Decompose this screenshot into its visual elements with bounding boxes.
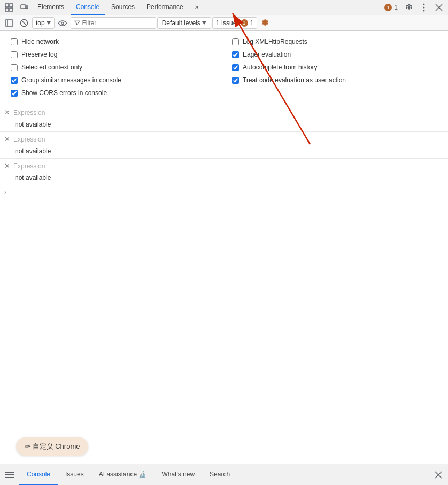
issue-badge[interactable]: 1 1 bbox=[381, 4, 401, 11]
watch-expression-1: ✕ Expression not available bbox=[0, 105, 448, 132]
bottom-tab-search[interactable]: Search bbox=[202, 464, 237, 486]
bottom-tab-whats-new[interactable]: What's new bbox=[154, 464, 202, 486]
bottom-tab-ai-assistance[interactable]: AI assistance 🔬 bbox=[91, 464, 155, 486]
bottom-tab-issues[interactable]: Issues bbox=[58, 464, 91, 486]
log-xmlhttp-checkbox[interactable] bbox=[232, 38, 239, 45]
settings-gear-icon-btn[interactable] bbox=[402, 1, 416, 14]
show-cors-row: Show CORS errors in console bbox=[11, 88, 216, 98]
svg-point-15 bbox=[61, 22, 64, 24]
sidebar-toggle-btn[interactable] bbox=[2, 17, 16, 29]
tab-performance[interactable]: Performance bbox=[141, 0, 189, 15]
tab-more[interactable]: » bbox=[190, 0, 204, 15]
expression-1-value: not available bbox=[0, 120, 448, 131]
log-xmlhttp-row: Log XMLHttpRequests bbox=[232, 36, 437, 47]
watch-expression-row-1: ✕ Expression bbox=[0, 105, 448, 120]
clear-console-btn[interactable] bbox=[17, 17, 31, 29]
close-devtools-btn[interactable] bbox=[432, 1, 446, 14]
selected-context-label[interactable]: Selected context only bbox=[21, 64, 82, 71]
remove-expression-2-btn[interactable]: ✕ bbox=[4, 135, 10, 143]
preserve-log-label[interactable]: Preserve log bbox=[21, 51, 57, 58]
bottom-tab-console[interactable]: Console bbox=[19, 464, 58, 486]
svg-rect-3 bbox=[10, 8, 13, 11]
group-similar-checkbox[interactable] bbox=[11, 77, 18, 84]
selected-context-checkbox[interactable] bbox=[11, 64, 18, 71]
show-cors-label[interactable]: Show CORS errors in console bbox=[21, 89, 107, 97]
log-xmlhttp-label[interactable]: Log XMLHttpRequests bbox=[243, 38, 307, 45]
console-settings-btn[interactable] bbox=[258, 17, 272, 29]
more-options-icon-btn[interactable] bbox=[417, 1, 431, 14]
console-toolbar: top Default levels 1 Issue: 1 1 bbox=[0, 15, 448, 31]
close-bottom-panel-btn[interactable] bbox=[429, 464, 448, 486]
tab-sources[interactable]: Sources bbox=[106, 0, 140, 15]
tab-console[interactable]: Console bbox=[71, 0, 105, 15]
svg-rect-20 bbox=[5, 477, 14, 478]
default-levels-btn[interactable]: Default levels bbox=[157, 17, 211, 29]
filter-text-input[interactable] bbox=[82, 19, 152, 27]
svg-rect-1 bbox=[10, 4, 13, 7]
watch-expression-row-2: ✕ Expression bbox=[0, 132, 448, 146]
expression-1-label: Expression bbox=[13, 109, 45, 116]
group-similar-row: Group similar messages in console bbox=[11, 75, 216, 85]
preserve-log-checkbox[interactable] bbox=[11, 51, 18, 58]
expression-2-label: Expression bbox=[13, 136, 45, 143]
svg-rect-4 bbox=[21, 5, 26, 9]
svg-point-7 bbox=[423, 7, 425, 9]
expression-3-label: Expression bbox=[13, 162, 45, 170]
autocomplete-history-label[interactable]: Autocomplete from history bbox=[243, 64, 317, 71]
chevron-right-icon: › bbox=[4, 189, 6, 196]
eager-eval-row: Eager evaluation bbox=[232, 49, 437, 60]
devtools-topbar: Elements Console Sources Performance » 1… bbox=[0, 0, 448, 15]
svg-rect-11 bbox=[5, 20, 13, 26]
eye-icon-btn[interactable] bbox=[56, 17, 69, 29]
add-expression-btn[interactable]: › bbox=[0, 185, 448, 199]
eager-eval-label[interactable]: Eager evaluation bbox=[243, 51, 291, 58]
context-select[interactable]: top bbox=[32, 17, 55, 29]
issue-count-btn[interactable]: 1 Issue: 1 1 bbox=[212, 17, 258, 29]
show-cors-checkbox[interactable] bbox=[11, 90, 18, 97]
svg-point-8 bbox=[423, 10, 425, 12]
svg-rect-5 bbox=[26, 6, 28, 9]
svg-point-6 bbox=[423, 4, 425, 5]
svg-rect-0 bbox=[5, 4, 9, 7]
expression-3-value: not available bbox=[0, 173, 448, 185]
hide-network-label[interactable]: Hide network bbox=[21, 38, 59, 45]
customize-chrome-btn[interactable]: ✏ 自定义 Chrome bbox=[16, 437, 88, 456]
hide-network-row: Hide network bbox=[11, 36, 216, 47]
treat-code-row: Treat code evaluation as user action bbox=[232, 75, 437, 85]
svg-rect-19 bbox=[5, 474, 14, 475]
issue-dot-icon: 1 bbox=[384, 4, 392, 11]
preserve-log-row: Preserve log bbox=[11, 49, 216, 60]
console-settings-panel: Hide network Log XMLHttpRequests Preserv… bbox=[0, 31, 448, 105]
remove-expression-1-btn[interactable]: ✕ bbox=[4, 108, 10, 116]
content-wrapper: ✕ Expression not available ✕ Expression … bbox=[0, 105, 448, 485]
svg-rect-18 bbox=[5, 472, 14, 473]
watch-expression-2: ✕ Expression not available bbox=[0, 132, 448, 159]
hide-network-checkbox[interactable] bbox=[11, 38, 18, 45]
tab-elements[interactable]: Elements bbox=[32, 0, 69, 15]
autocomplete-history-row: Autocomplete from history bbox=[232, 62, 437, 73]
device-toggle-btn[interactable] bbox=[17, 1, 31, 14]
watch-expression-row-3: ✕ Expression bbox=[0, 159, 448, 173]
watch-expression-3: ✕ Expression not available bbox=[0, 159, 448, 185]
treat-code-checkbox[interactable] bbox=[232, 77, 239, 84]
remove-expression-3-btn[interactable]: ✕ bbox=[4, 162, 10, 170]
selected-context-row: Selected context only bbox=[11, 62, 216, 73]
eager-eval-checkbox[interactable] bbox=[232, 51, 239, 58]
svg-rect-2 bbox=[5, 8, 9, 11]
filter-input-container[interactable] bbox=[71, 17, 156, 29]
expression-2-value: not available bbox=[0, 146, 448, 158]
filter-icon bbox=[74, 20, 80, 26]
bottom-menu-icon-btn[interactable] bbox=[0, 464, 19, 486]
group-similar-label[interactable]: Group similar messages in console bbox=[21, 76, 121, 84]
autocomplete-history-checkbox[interactable] bbox=[232, 64, 239, 71]
treat-code-label[interactable]: Treat code evaluation as user action bbox=[243, 76, 346, 84]
svg-line-14 bbox=[22, 21, 27, 26]
inspect-icon-btn[interactable] bbox=[2, 1, 16, 14]
issue-count-dot: 1 bbox=[241, 19, 248, 27]
watch-expressions-panel: ✕ Expression not available ✕ Expression … bbox=[0, 105, 448, 485]
bottom-bar: Console Issues AI assistance 🔬 What's ne… bbox=[0, 464, 448, 485]
